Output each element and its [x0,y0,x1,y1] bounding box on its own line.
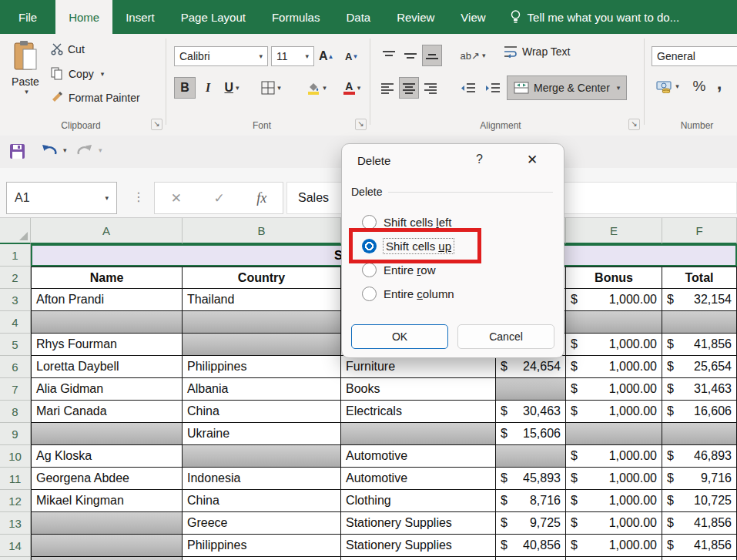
cell-F13[interactable]: $41,856 [662,512,737,535]
dialog-help-button[interactable]: ? [476,153,483,166]
cell-E9[interactable] [566,423,662,445]
cell-C15[interactable] [341,557,496,560]
cell-C14[interactable]: Stationery Supplies [341,535,496,557]
cell-C9[interactable] [341,423,496,445]
row-header-14[interactable]: 14 [0,535,31,557]
column-header-B[interactable]: B [183,218,341,244]
cell-A3[interactable]: Afton Prandi [31,289,183,311]
font-dialog-launcher-icon[interactable]: ↘ [355,119,367,130]
cell-F11[interactable]: $9,716 [662,468,737,490]
percent-style-button[interactable]: % [690,75,709,97]
tab-formulas[interactable]: Formulas [259,0,333,34]
row-header-7[interactable]: 7 [0,378,31,401]
cell-A4[interactable] [31,311,183,334]
cell-B6[interactable]: Philippines [183,356,341,378]
cell-D14[interactable]: $40,856 [496,535,566,557]
tab-home[interactable]: Home [55,0,112,34]
cell-A10[interactable]: Ag Kloska [31,445,183,468]
cell-E3[interactable]: $1,000.00 [566,289,662,311]
orientation-button[interactable]: ab↗▾ [457,45,488,66]
format-painter-button[interactable]: Format Painter [51,91,140,104]
clipboard-dialog-launcher-icon[interactable]: ↘ [151,119,162,130]
cancel-button[interactable]: Cancel [457,324,554,349]
cell-B8[interactable]: China [183,401,341,423]
cell-E10[interactable]: $1,000.00 [566,445,662,468]
cell-D15[interactable] [496,557,566,560]
bottom-align-button[interactable] [422,45,442,66]
italic-button[interactable]: I [199,77,217,99]
cell-F8[interactable]: $16,606 [662,401,737,423]
cell-F9[interactable] [662,423,737,445]
dialog-title[interactable]: Delete [357,154,390,167]
font-color-button[interactable]: A ▾ [337,77,367,99]
cell-D11[interactable]: $45,893 [496,468,566,490]
cell-B13[interactable]: Greece [183,512,341,535]
cell-D8[interactable]: $30,463 [496,401,566,423]
cell-D13[interactable]: $9,725 [496,512,566,535]
row-header-5[interactable]: 5 [0,334,31,356]
alignment-dialog-launcher-icon[interactable]: ↘ [628,119,640,130]
cell-A12[interactable]: Mikael Kingman [31,490,183,512]
radio-unselected-icon[interactable] [362,287,377,301]
row-header-8[interactable]: 8 [0,401,31,423]
undo-button[interactable]: ▾ [40,143,67,158]
column-header-E[interactable]: E [566,218,662,244]
row-header-2[interactable]: 2 [0,267,31,289]
decrease-indent-button[interactable] [457,77,479,99]
name-box[interactable]: A1 ▾ [6,182,117,214]
paste-button[interactable]: Paste ▾ [5,40,46,96]
column-header-F[interactable]: F [662,218,737,244]
dialog-close-button[interactable]: ✕ [527,152,538,168]
cell-C10[interactable]: Automotive [341,445,496,468]
cell-F4[interactable] [662,311,737,334]
cut-button[interactable]: Cut [51,43,85,55]
redo-button[interactable]: ▾ [75,143,102,158]
row-header-1[interactable]: 1 [0,244,31,267]
cell-E4[interactable] [566,311,662,334]
cell-A2[interactable]: Name [31,267,183,289]
font-name-select[interactable]: Calibri ▾ [174,46,268,66]
select-all-button[interactable] [0,218,31,244]
tab-page-layout[interactable]: Page Layout [168,0,259,34]
align-center-button[interactable] [399,77,419,99]
row-header-3[interactable]: 3 [0,289,31,311]
tab-review[interactable]: Review [384,0,447,34]
cell-E5[interactable]: $1,000.00 [566,334,662,356]
radio-option-entire-column[interactable]: Entire column [362,282,554,306]
decrease-font-size-button[interactable]: A▼ [345,45,358,67]
cell-E7[interactable]: $1,000.00 [566,378,662,401]
merge-center-button[interactable]: Merge & Center ▾ [507,75,627,100]
cell-C11[interactable]: Automotive [341,468,496,490]
cell-B15[interactable] [183,557,341,560]
cancel-entry-icon[interactable]: ✕ [171,190,182,206]
fill-color-button[interactable]: ▾ [302,77,331,99]
tab-file[interactable]: File [0,0,55,34]
cell-F15[interactable] [662,557,737,560]
cell-A13[interactable] [31,512,183,535]
cell-A7[interactable]: Alia Gidman [31,378,183,401]
cell-E6[interactable]: $1,000.00 [566,356,662,378]
row-header-[interactable] [0,557,31,560]
insert-function-icon[interactable]: fx [256,190,266,206]
cell-C13[interactable]: Stationery Supplies [341,512,496,535]
copy-button[interactable]: Copy ▾ [51,67,104,80]
cell-B14[interactable]: Philippines [183,535,341,557]
cell-A8[interactable]: Mari Canada [31,401,183,423]
wrap-text-button[interactable]: Wrap Text [504,45,571,58]
save-button[interactable] [9,143,25,159]
cell-B3[interactable]: Thailand [183,289,341,311]
cell-F5[interactable]: $41,856 [662,334,737,356]
cell-A6[interactable]: Loretta Daybell [31,356,183,378]
comma-style-button[interactable]: , [712,72,727,94]
middle-align-button[interactable] [400,45,420,66]
cell-B4[interactable] [183,311,341,334]
cell-B12[interactable]: China [183,490,341,512]
column-header-A[interactable]: A [31,218,183,244]
cell-A11[interactable]: Georgena Abdee [31,468,183,490]
underline-button[interactable]: U▾ [219,77,245,99]
row-header-6[interactable]: 6 [0,356,31,378]
bold-button[interactable]: B [174,77,196,99]
cell-E2[interactable]: Bonus [566,267,662,289]
row-header-13[interactable]: 13 [0,512,31,535]
cell-B11[interactable]: Indonesia [183,468,341,490]
